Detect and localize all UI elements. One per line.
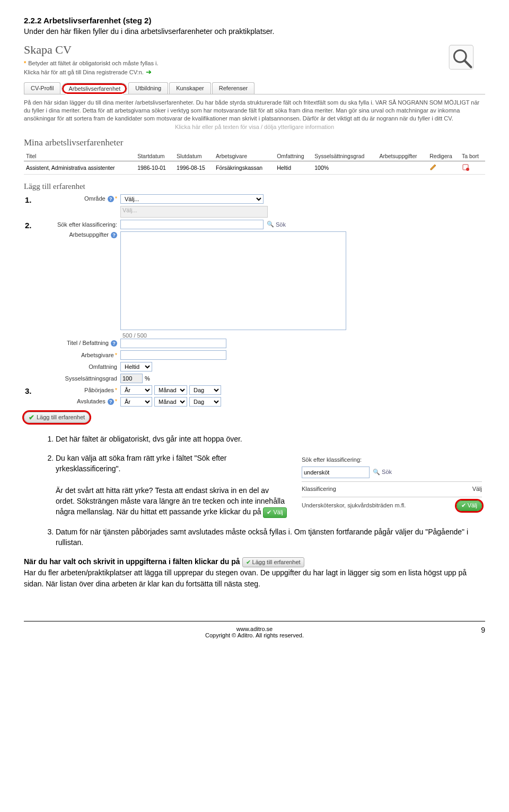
row-titel: Titel / Befattning? <box>43 339 485 348</box>
footer-url: www.aditro.se <box>24 626 485 632</box>
check-icon: ✔ <box>246 558 251 567</box>
col-syssel: Sysselsättningsgrad <box>312 151 377 161</box>
avslutades-ar[interactable]: År <box>120 397 152 407</box>
table-row: Assistent, Administrativa assistenter 19… <box>24 161 485 174</box>
info-icon[interactable]: ? <box>111 232 117 238</box>
col-start: Startdatum <box>135 151 174 161</box>
label-syssel: Sysselsättningsgrad <box>43 375 120 382</box>
syssel-unit: % <box>145 375 150 382</box>
page-number: 9 <box>481 626 485 634</box>
check-icon: ✔ <box>461 502 466 510</box>
popup-valj-header: Välj <box>472 485 482 494</box>
info-icon[interactable]: ? <box>108 196 114 202</box>
paborjades-manad[interactable]: Månad <box>154 385 187 395</box>
check-icon: ✔ <box>29 413 34 421</box>
add-experience-heading: Lägg till erfarenhet <box>24 182 485 191</box>
tab-arbetslivserfarenhet[interactable]: Arbetslivserfarenhet <box>62 83 127 94</box>
cell-titel: Assistent, Administrativa assistenter <box>24 161 135 174</box>
cell-slut: 1996-08-15 <box>174 161 214 174</box>
popup-result-text: Undersköterskor, sjukvårdsbiträden m.fl. <box>302 502 406 510</box>
cell-start: 1986-10-01 <box>135 161 174 174</box>
tab-kunskaper[interactable]: Kunskaper <box>169 82 211 94</box>
popup-sok-label: Sök efter klassificering: <box>302 456 371 464</box>
label-titel: Titel / Befattning? <box>43 340 120 347</box>
label-omfattning: Omfattning <box>43 364 120 370</box>
app-screenshot: Skapa CV * Betyder att fältet är obligat… <box>24 43 485 423</box>
col-slut: Slutdatum <box>174 151 214 161</box>
marker-2: 2. <box>25 221 32 230</box>
arrow-right-icon: ➔ <box>146 68 152 76</box>
tab-cv-profil[interactable]: CV-Profil <box>24 82 60 94</box>
label-paborjades: Påbörjades* <box>43 387 120 393</box>
delete-icon[interactable] <box>462 163 469 171</box>
required-help-text: * Betyder att fältet är obligatoriskt oc… <box>24 60 485 66</box>
popup-klass-header: Klassificering <box>302 485 336 494</box>
paborjades-dag[interactable]: Dag <box>189 385 221 395</box>
paborjades-ar[interactable]: År <box>120 385 152 395</box>
label-arbetsgivare: Arbetsgivare* <box>43 352 120 358</box>
page-footer: www.aditro.se Copyright © Aditro. All ri… <box>24 621 485 638</box>
label-avslutades: Avslutades?* <box>43 398 120 405</box>
row-paborjades: Påbörjades* År Månad Dag <box>43 385 485 395</box>
tab-utbildning[interactable]: Utbildning <box>128 82 168 94</box>
marker-3: 3. <box>25 386 32 395</box>
search-icon: 🔍 <box>373 468 380 477</box>
col-redigera: Redigera <box>427 151 460 161</box>
avslutades-dag[interactable]: Dag <box>189 397 221 407</box>
instruction-list: Det här fältet är obligatoriskt, dvs går… <box>24 434 485 548</box>
instruction-1: Det här fältet är obligatoriskt, dvs går… <box>56 434 485 444</box>
col-tabort: Ta bort <box>460 151 485 161</box>
marker-1: 1. <box>25 195 32 204</box>
footer-copyright: Copyright © Aditro. All rights reserved. <box>205 632 304 638</box>
row-arbetsgivare: Arbetsgivare* <box>43 350 485 360</box>
goto-cv-link[interactable]: Klicka här för att gå till Dina registre… <box>24 68 485 76</box>
instruction-2: Sök efter klassificering: 🔍 Sök Klassifi… <box>56 453 485 518</box>
row-arbetsuppgifter: Arbetsuppgifter? <box>43 231 485 330</box>
omfattning-select[interactable]: Heltid <box>120 362 152 372</box>
cell-arbetsgivare: Försäkringskassan <box>214 161 275 174</box>
tab-bar: CV-Profil Arbetslivserfarenhet Utbildnin… <box>24 82 485 94</box>
arbetsuppgifter-textarea[interactable] <box>120 231 346 330</box>
sub-omrade-select-disabled: Välj... <box>120 206 268 218</box>
inline-lagg-till-button[interactable]: ✔ Lägg till erfarenhet <box>242 557 304 568</box>
titel-input[interactable] <box>120 339 226 348</box>
search-icon: 🔍 <box>267 221 274 228</box>
info-icon[interactable]: ? <box>108 399 114 405</box>
row-avslutades: Avslutades?* År Månad Dag <box>43 397 485 407</box>
col-arbetsgivare: Arbetsgivare <box>214 151 275 161</box>
col-uppg: Arbetsuppgifter <box>377 151 427 161</box>
experience-table: Titel Startdatum Slutdatum Arbetsgivare … <box>24 151 485 175</box>
col-titel: Titel <box>24 151 135 161</box>
tab-referenser[interactable]: Referenser <box>212 82 254 94</box>
check-icon: ✔ <box>267 508 271 517</box>
row-omfattning: Omfattning Heltid <box>43 362 485 372</box>
avslutades-manad[interactable]: Månad <box>154 397 187 407</box>
app-title: Skapa CV <box>24 43 485 57</box>
magnifier-icon <box>447 43 480 76</box>
label-arbetsuppgifter: Arbetsuppgifter? <box>43 231 120 238</box>
toggle-info-link[interactable]: Klicka här eller på texten för visa / dö… <box>24 124 485 130</box>
sok-button[interactable]: 🔍 Sök <box>267 221 286 228</box>
instruction-3: Datum för när tjänsten påbörjades samt a… <box>56 526 485 548</box>
syssel-input[interactable] <box>120 374 143 383</box>
arbetsgivare-input[interactable] <box>120 350 226 360</box>
label-omrade: Område?* <box>43 195 120 202</box>
cell-redigera <box>427 161 460 174</box>
cell-tabort <box>460 161 485 174</box>
inline-valj-button[interactable]: ✔ Välj <box>263 507 286 518</box>
omrade-select[interactable]: Välj... <box>120 194 264 204</box>
cell-omf: Heltid <box>275 161 312 174</box>
popup-sok-button[interactable]: 🔍 Sök <box>373 468 392 477</box>
info-icon[interactable]: ? <box>111 340 117 347</box>
row-sok-klass: Sök efter klassificering: 🔍 Sök <box>43 220 485 229</box>
popup-sok-input[interactable] <box>302 467 370 478</box>
final-paragraph: När du har valt och skrivit in uppgifter… <box>24 556 485 589</box>
sok-klass-input[interactable] <box>120 220 264 229</box>
label-sok-klass: Sök efter klassificering: <box>43 221 120 228</box>
edit-icon[interactable] <box>429 163 437 171</box>
section-intro: Under den här fliken fyller du i dina ar… <box>24 27 485 36</box>
lagg-till-erfarenhet-button[interactable]: ✔ Lägg till erfarenhet <box>24 412 90 423</box>
cell-uppg <box>377 161 427 174</box>
char-counter: 500 / 500 <box>122 332 485 339</box>
popup-valj-button[interactable]: ✔ Välj <box>457 500 482 511</box>
